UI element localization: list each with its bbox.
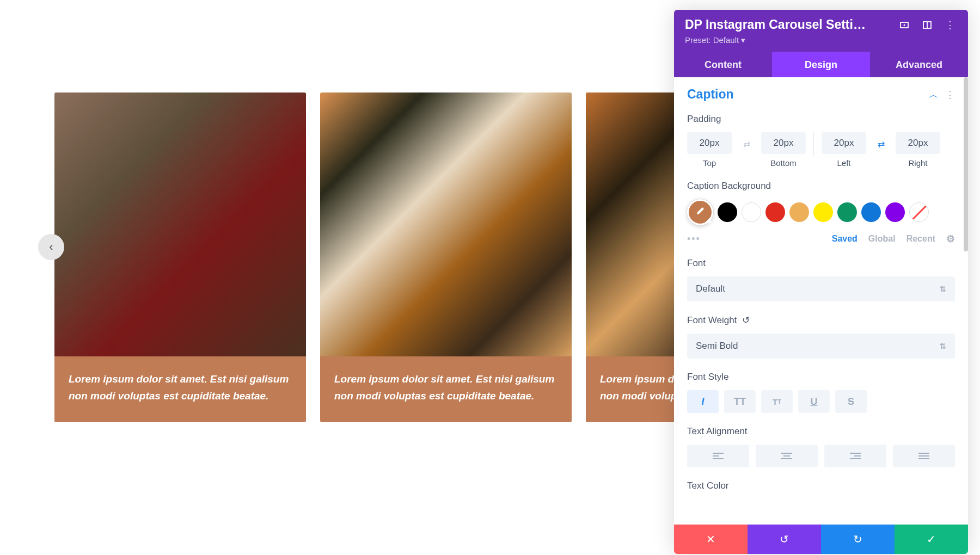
panel-title-row: DP Instagram Carousel Setti… ⋮ (685, 17, 957, 32)
padding-right-input[interactable] (896, 132, 940, 154)
layout-icon[interactable] (920, 18, 934, 32)
color-swatch-black[interactable] (718, 202, 737, 222)
color-swatch-orange[interactable] (789, 202, 809, 222)
palette-tabs-row: ••• Saved Global Recent ⚙ (687, 233, 955, 245)
collapse-icon[interactable]: ︿ (929, 88, 939, 101)
section-header: Caption ︿ ⋮ (687, 87, 955, 102)
font-style-label: Font Style (687, 372, 955, 383)
palette-tab-saved[interactable]: Saved (832, 234, 857, 244)
palette-more-icon[interactable]: ••• (687, 233, 701, 245)
section-title: Caption (687, 87, 734, 102)
reset-icon[interactable]: ↺ (742, 314, 750, 326)
align-right-button[interactable] (824, 445, 886, 467)
card-image (54, 92, 306, 356)
font-label: Font (687, 258, 955, 269)
color-swatch-none[interactable] (909, 202, 929, 222)
carousel-card: Lorem ipsum dolor sit amet. Est nisi gal… (54, 92, 306, 422)
style-uppercase-button[interactable]: TT (724, 390, 756, 413)
settings-panel: DP Instagram Carousel Setti… ⋮ Preset: D… (674, 10, 968, 554)
padding-top-label: Top (703, 158, 716, 168)
cancel-button[interactable]: ✕ (674, 525, 748, 554)
tab-design[interactable]: Design (772, 52, 870, 77)
eyedropper-icon (695, 206, 706, 219)
panel-title: DP Instagram Carousel Setti… (685, 17, 889, 32)
caption-bg-label: Caption Background (687, 181, 955, 192)
padding-controls: Top ⇄ Bottom Left ⇄ Right (687, 132, 955, 168)
scrollbar[interactable] (964, 77, 968, 251)
padding-top-input[interactable] (687, 132, 732, 154)
text-alignment-label: Text Alignment (687, 426, 955, 437)
save-button[interactable]: ✓ (895, 525, 968, 554)
align-justify-button[interactable] (893, 445, 955, 467)
color-swatches (687, 199, 955, 225)
divider (813, 132, 814, 156)
palette-tab-global[interactable]: Global (868, 234, 896, 244)
style-strikethrough-button[interactable]: S (835, 390, 867, 413)
color-swatch-yellow[interactable] (813, 202, 833, 222)
color-swatch-blue[interactable] (861, 202, 881, 222)
card-caption: Lorem ipsum dolor sit amet. Est nisi gal… (54, 356, 306, 422)
padding-bottom-label: Bottom (770, 158, 797, 168)
chevron-left-icon: ‹ (49, 240, 53, 254)
padding-left-input[interactable] (822, 132, 866, 154)
padding-left-label: Left (837, 158, 850, 168)
style-italic-button[interactable]: I (687, 390, 719, 413)
color-swatch-teal[interactable] (837, 202, 857, 222)
section-more-icon[interactable]: ⋮ (945, 89, 955, 101)
svg-point-1 (904, 24, 905, 26)
link-vertical-icon[interactable]: ⇄ (739, 137, 754, 151)
font-select[interactable]: Default ⇅ (687, 276, 955, 301)
link-horizontal-icon[interactable]: ⇄ (874, 137, 888, 151)
more-icon[interactable]: ⋮ (943, 18, 957, 32)
carousel-card: Lorem ipsum dolor sit amet. Est nisi gal… (320, 92, 572, 422)
style-smallcaps-button[interactable]: TT (761, 390, 793, 413)
chevron-updown-icon: ⇅ (940, 342, 946, 350)
font-value: Default (696, 283, 725, 294)
color-picker-button[interactable] (687, 199, 713, 225)
carousel-prev-button[interactable]: ‹ (38, 234, 64, 260)
padding-bottom-input[interactable] (761, 132, 806, 154)
align-center-button[interactable] (756, 445, 818, 467)
card-caption: Lorem ipsum dolor sit amet. Est nisi gal… (320, 356, 572, 422)
color-swatch-red[interactable] (765, 202, 785, 222)
padding-right-label: Right (908, 158, 927, 168)
palette-tab-recent[interactable]: Recent (906, 234, 935, 244)
font-style-buttons: I TT TT U S (687, 390, 955, 413)
font-weight-label: Font Weight ↺ (687, 314, 955, 326)
panel-body: Caption ︿ ⋮ Padding Top ⇄ Bottom Left ⇄ (674, 77, 968, 525)
tab-content[interactable]: Content (674, 52, 772, 77)
align-left-button[interactable] (687, 445, 749, 467)
color-swatch-purple[interactable] (885, 202, 905, 222)
panel-footer: ✕ ↺ ↻ ✓ (674, 525, 968, 554)
color-swatch-white[interactable] (742, 202, 761, 222)
chevron-updown-icon: ⇅ (940, 285, 946, 293)
undo-button[interactable]: ↺ (748, 525, 821, 554)
text-color-label: Text Color (687, 480, 955, 491)
expand-icon[interactable] (897, 18, 911, 32)
panel-header: DP Instagram Carousel Setti… ⋮ Preset: D… (674, 10, 968, 52)
text-align-buttons (687, 445, 955, 467)
tab-advanced[interactable]: Advanced (870, 52, 968, 77)
padding-label: Padding (687, 114, 955, 125)
font-weight-value: Semi Bold (696, 341, 738, 351)
redo-button[interactable]: ↻ (821, 525, 895, 554)
palette-settings-icon[interactable]: ⚙ (946, 233, 955, 245)
preset-selector[interactable]: Preset: Default ▾ (685, 35, 957, 45)
panel-tabs: Content Design Advanced (674, 52, 968, 77)
card-image (320, 92, 572, 356)
font-weight-select[interactable]: Semi Bold ⇅ (687, 334, 955, 359)
style-underline-button[interactable]: U (798, 390, 830, 413)
